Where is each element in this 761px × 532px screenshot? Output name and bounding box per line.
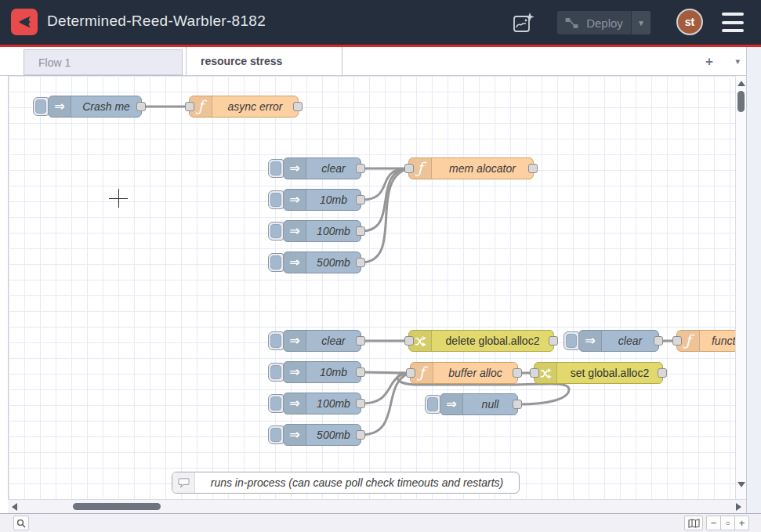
- input-port[interactable]: [406, 368, 415, 378]
- output-port[interactable]: [356, 226, 365, 236]
- navigator-button[interactable]: [684, 516, 703, 530]
- output-port[interactable]: [356, 399, 365, 408]
- inject-arrow-icon: ⇒: [284, 362, 306, 382]
- output-port[interactable]: [654, 336, 663, 346]
- vertical-scrollbar[interactable]: [735, 76, 746, 499]
- inject-trigger-button[interactable]: [564, 331, 579, 350]
- inject-arrow-icon: ⇒: [284, 425, 306, 445]
- inject-trigger-button[interactable]: [268, 253, 284, 272]
- flowfuse-logo-icon[interactable]: [11, 9, 38, 35]
- inject-trigger-button[interactable]: [425, 395, 440, 414]
- change-node-delglob[interactable]: delete global.alloc2: [408, 330, 554, 352]
- user-avatar[interactable]: st: [676, 9, 703, 35]
- node-label: runs in-process (can cause poll check ti…: [195, 472, 519, 493]
- logo-mark: [11, 9, 38, 35]
- add-flow-button[interactable]: +: [701, 53, 718, 71]
- inject-node-mb500A[interactable]: ⇒500mb: [283, 252, 361, 273]
- output-port[interactable]: [528, 164, 538, 173]
- output-port[interactable]: [293, 102, 303, 111]
- inject-trigger-button[interactable]: [33, 97, 49, 116]
- comment-bubble-icon: [172, 472, 195, 493]
- node-label: buffer alloc: [433, 363, 517, 383]
- inject-trigger-button[interactable]: [268, 331, 284, 350]
- node-label: 100mb: [306, 221, 361, 241]
- inject-node-mb10B[interactable]: ⇒10mb: [283, 361, 361, 383]
- output-port[interactable]: [658, 368, 667, 378]
- editor-footer: − ○ +: [0, 513, 761, 532]
- function-node-bufalloc[interactable]: ƒbuffer alloc: [410, 362, 518, 384]
- node-label: 10mb: [306, 362, 361, 382]
- horizontal-scroll-thumb[interactable]: [73, 503, 161, 510]
- deploy-label: Deploy: [578, 16, 631, 30]
- inject-trigger-button[interactable]: [268, 394, 284, 413]
- node-label: set global.alloc2: [557, 363, 662, 383]
- output-port[interactable]: [356, 430, 365, 440]
- function-node-asyncerr[interactable]: ƒasync error: [189, 96, 299, 118]
- output-port[interactable]: [136, 102, 146, 111]
- input-port[interactable]: [404, 164, 414, 173]
- inject-node-mb100B[interactable]: ⇒100mb: [283, 393, 361, 414]
- scroll-down-arrow[interactable]: [737, 482, 745, 487]
- node-label: Crash me: [71, 96, 141, 117]
- tab-resource-stress[interactable]: resource stress: [186, 46, 342, 75]
- flow-list-caret-icon[interactable]: ▾: [735, 56, 740, 67]
- node-label: async error: [212, 96, 298, 117]
- inject-node-clearC[interactable]: ⇒clear: [578, 330, 659, 352]
- scroll-right-arrow[interactable]: [736, 503, 741, 511]
- ai-assistant-icon[interactable]: [512, 11, 535, 34]
- wire-mb10A-to-memalloc[interactable]: [361, 168, 408, 200]
- vertical-scroll-thumb[interactable]: [737, 91, 745, 112]
- inject-node-mb500B[interactable]: ⇒500mb: [283, 424, 361, 446]
- change-node-setglob[interactable]: set global.alloc2: [534, 362, 663, 384]
- search-icon: [16, 519, 26, 528]
- output-port[interactable]: [513, 368, 522, 378]
- node-label: clear: [306, 331, 361, 351]
- scroll-left-arrow[interactable]: [12, 503, 17, 511]
- flow-canvas[interactable]: ⇒Crash meƒasync error⇒clear⇒10mb⇒100mb⇒5…: [8, 76, 746, 499]
- zoom-reset-button[interactable]: ○: [720, 516, 735, 530]
- node-label: mem alocator: [432, 158, 533, 179]
- comment-node-note[interactable]: runs in-process (can cause poll check ti…: [172, 472, 520, 494]
- input-port[interactable]: [530, 368, 539, 378]
- horizontal-scrollbar[interactable]: [8, 499, 746, 513]
- node-label: 500mb: [306, 425, 361, 445]
- inject-trigger-button[interactable]: [268, 363, 284, 382]
- inject-trigger-button[interactable]: [268, 222, 284, 241]
- output-port[interactable]: [356, 164, 365, 173]
- inject-arrow-icon: ⇒: [49, 96, 71, 117]
- header-bar: Determined-Reed-Warbler-8182 Deploy ▼ st: [0, 0, 761, 45]
- zoom-in-button[interactable]: +: [734, 516, 749, 530]
- deploy-options-caret[interactable]: ▼: [631, 11, 650, 34]
- inject-node-mb100A[interactable]: ⇒100mb: [283, 220, 361, 242]
- main-menu-button[interactable]: [722, 13, 744, 32]
- deploy-button[interactable]: Deploy ▼: [557, 11, 650, 34]
- inject-trigger-button[interactable]: [268, 159, 284, 178]
- inject-node-crash[interactable]: ⇒Crash me: [48, 96, 142, 118]
- function-node-memalloc[interactable]: ƒmem alocator: [408, 157, 534, 179]
- input-port[interactable]: [672, 336, 682, 346]
- output-port[interactable]: [513, 400, 522, 409]
- menu-bar-icon: [722, 13, 744, 16]
- tab-flow-1[interactable]: Flow 1: [24, 49, 183, 75]
- input-port[interactable]: [404, 336, 414, 346]
- output-port[interactable]: [356, 258, 365, 267]
- inject-node-mb10A[interactable]: ⇒10mb: [283, 189, 361, 211]
- output-port[interactable]: [356, 367, 365, 377]
- deploy-nodes-icon: [565, 17, 578, 29]
- inject-trigger-button[interactable]: [268, 190, 284, 209]
- avatar-initials: st: [685, 16, 694, 28]
- inject-arrow-icon: ⇒: [284, 221, 306, 241]
- inject-trigger-button[interactable]: [268, 425, 284, 444]
- inject-node-clearB[interactable]: ⇒clear: [283, 330, 361, 352]
- output-port[interactable]: [356, 336, 365, 346]
- input-port[interactable]: [185, 102, 194, 111]
- inject-node-clearA[interactable]: ⇒clear: [283, 157, 361, 179]
- inject-node-null[interactable]: ⇒null: [440, 393, 518, 415]
- scroll-up-arrow[interactable]: [737, 81, 745, 86]
- output-port[interactable]: [356, 195, 365, 204]
- node-label: clear: [306, 158, 361, 179]
- zoom-out-button[interactable]: −: [706, 516, 721, 530]
- output-port[interactable]: [549, 336, 558, 346]
- search-button[interactable]: [13, 516, 29, 530]
- map-icon: [688, 519, 700, 528]
